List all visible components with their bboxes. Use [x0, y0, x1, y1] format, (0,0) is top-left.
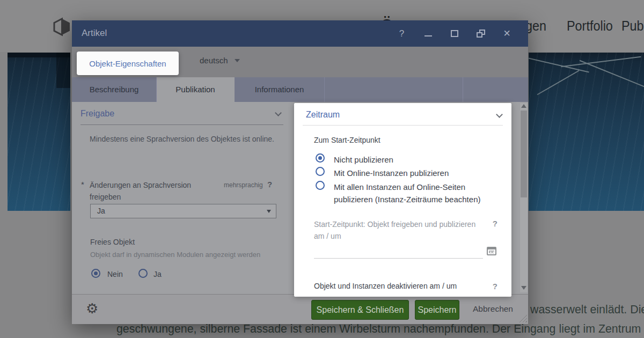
- water-texture: [529, 53, 644, 211]
- deactivate-label: Objekt und Instanzen deaktivieren am / u…: [314, 282, 457, 290]
- help-icon[interactable]: ?: [493, 219, 497, 228]
- tab-informationen[interactable]: Informationen: [235, 77, 325, 102]
- section-title-freigabe: Freigabe: [80, 109, 114, 119]
- collapse-chevron-icon[interactable]: [275, 109, 282, 116]
- close-icon[interactable]: ✕: [502, 28, 512, 39]
- object-properties-button[interactable]: Objekt-Eigenschaften: [77, 52, 179, 75]
- page-paragraph-fragment-right: wasserwelt einlädt. Die: [530, 303, 644, 317]
- save-close-button[interactable]: Speichern & Schließen: [311, 300, 409, 320]
- radio-alle-instanzen-label[interactable]: Mit allen Instanzen auf Online-Seiten pu…: [334, 181, 494, 205]
- free-object-label: Freies Objekt: [90, 237, 135, 248]
- tab-beschreibung[interactable]: Beschreibung: [72, 77, 157, 102]
- multilingual-badge: mehrsprachig: [224, 181, 263, 189]
- radio-nein[interactable]: [91, 269, 100, 278]
- release-select-value: Ja: [97, 207, 105, 215]
- maximize-icon[interactable]: [449, 28, 459, 39]
- triangle-up: [521, 104, 526, 108]
- hero-image-left: [8, 53, 70, 211]
- nav-item-publi-clipped[interactable]: Publi: [621, 18, 644, 34]
- nav-item-portfolio[interactable]: Portfolio: [567, 18, 613, 34]
- radio-nein-label[interactable]: Nein: [107, 270, 123, 278]
- radio-online-instanzen-label[interactable]: Mit Online-Instanzen publizieren: [334, 167, 449, 180]
- help-icon[interactable]: ?: [493, 282, 497, 291]
- release-field-label: Änderungen an Sprachversion freigeben: [90, 180, 205, 203]
- dialog-tabs: Beschreibung Publikation Informationen: [72, 77, 528, 102]
- detach-front-box: [477, 32, 482, 38]
- minimize-bar: [425, 35, 432, 36]
- resize-grip[interactable]: [519, 314, 527, 322]
- detach-window-icon[interactable]: [475, 28, 486, 39]
- release-select[interactable]: Ja: [90, 204, 276, 218]
- save-button[interactable]: Speichern: [415, 300, 459, 320]
- detach-boxes: [477, 30, 485, 38]
- chevron-down-icon: [235, 59, 240, 62]
- page: ngen Portfolio Publi Ö wasserwelt einläd…: [0, 0, 644, 338]
- content-scrollbar[interactable]: [520, 103, 528, 292]
- scroll-up-icon[interactable]: [521, 104, 526, 109]
- start-date-input[interactable]: [314, 258, 483, 259]
- titlebar-actions: ? ✕: [397, 20, 512, 47]
- required-marker: *: [81, 180, 84, 189]
- dialog-titlebar: Artikel ? ✕: [72, 20, 528, 47]
- language-value: deutsch: [200, 56, 228, 65]
- select-caret-icon: [267, 210, 271, 213]
- start-date-label: Start-Zeitpunkt: Objekt freigeben und pu…: [314, 219, 485, 242]
- radio-ja[interactable]: [138, 269, 148, 278]
- hero-shadow-rect: [56, 53, 70, 88]
- dialog-footer: ⚙ Speichern & Schließen Speichern Abbrec…: [72, 294, 528, 324]
- logo-right-facet: [62, 19, 70, 35]
- cancel-button[interactable]: Abbrechen: [473, 304, 513, 314]
- maximize-box: [451, 30, 458, 37]
- language-selector[interactable]: deutsch: [200, 56, 240, 65]
- section-divider: [303, 125, 503, 126]
- minimize-icon[interactable]: [423, 28, 433, 39]
- section-title-zeitraum: Zeitraum: [306, 110, 340, 120]
- release-status-text: Mindestens eine Sprachversion des Objekt…: [90, 133, 275, 145]
- logo-left-facet: [54, 19, 62, 35]
- radio-nicht-publizieren-label[interactable]: Nicht publizieren: [334, 154, 393, 166]
- collapse-chevron-icon[interactable]: [496, 111, 503, 118]
- scrollbar-thumb[interactable]: [521, 111, 527, 197]
- scroll-down-icon[interactable]: [521, 286, 526, 291]
- help-icon[interactable]: ?: [397, 28, 407, 39]
- radio-alle-instanzen[interactable]: [316, 181, 325, 190]
- object-properties-label: Objekt-Eigenschaften: [89, 59, 166, 68]
- site-logo-icon[interactable]: [51, 17, 73, 36]
- tab-publikation[interactable]: Publikation: [157, 77, 235, 102]
- zeitraum-panel: Zeitraum Zum Start-Zeitpunkt Nicht publi…: [294, 103, 511, 297]
- radio-online-instanzen[interactable]: [316, 167, 325, 176]
- radio-nicht-publizieren[interactable]: [316, 153, 325, 163]
- triangle-down: [521, 286, 526, 290]
- section-divider: [80, 124, 283, 125]
- tab-bar-divider: [463, 77, 463, 102]
- start-group-label: Zum Start-Zeitpunkt: [314, 136, 380, 144]
- dialog-title: Artikel: [82, 28, 107, 39]
- help-icon[interactable]: ?: [267, 180, 272, 189]
- free-object-description: Objekt darf in dynamischen Modulen angez…: [90, 251, 260, 259]
- hidden-heading-fragment: Ö: [380, 14, 394, 20]
- calendar-icon[interactable]: [487, 247, 496, 255]
- radio-ja-label[interactable]: Ja: [153, 270, 162, 278]
- gear-icon[interactable]: ⚙: [86, 300, 98, 317]
- hero-image-right: [529, 53, 644, 211]
